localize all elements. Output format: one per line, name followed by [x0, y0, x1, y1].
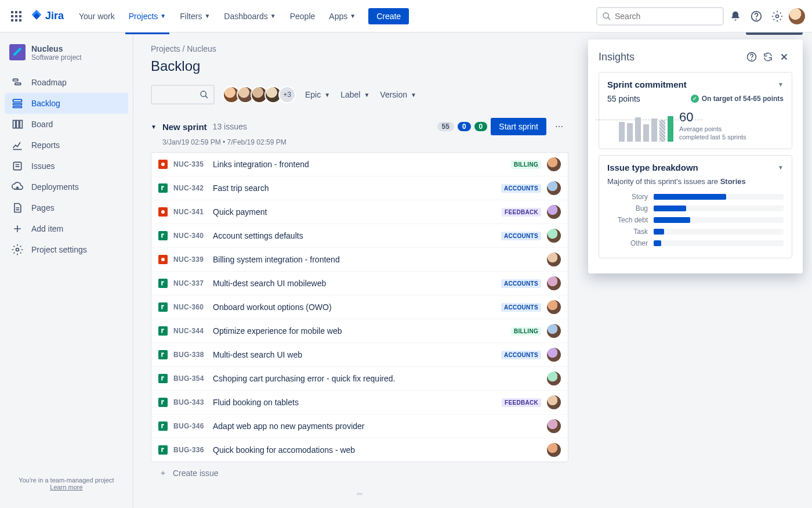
- sidebar-item-settings[interactable]: Project settings: [5, 239, 128, 260]
- issue-row[interactable]: BUG-354 Cshoping cart purchasing error -…: [151, 367, 568, 391]
- nav-projects[interactable]: Projects▼: [123, 8, 172, 24]
- epic-filter[interactable]: Epic▼: [304, 87, 331, 103]
- sidebar-item-roadmap[interactable]: Roadmap: [5, 72, 128, 93]
- chart-bar: [668, 116, 673, 142]
- svg-point-32: [161, 258, 165, 261]
- settings-icon[interactable]: [768, 7, 786, 26]
- todo-pill: 55: [437, 122, 454, 131]
- notifications-icon[interactable]: [726, 7, 745, 26]
- svg-rect-1: [15, 11, 17, 13]
- start-sprint-button[interactable]: Start sprint: [491, 118, 546, 135]
- chevron-down-icon[interactable]: ▼: [778, 81, 784, 88]
- roadmap-icon: [12, 77, 23, 88]
- assignee-avatar[interactable]: [547, 395, 561, 409]
- svg-rect-0: [11, 11, 13, 13]
- sidebar-item-board[interactable]: Board: [5, 114, 128, 135]
- sidebar: Nucleus Software project Roadmap Backlog…: [0, 33, 133, 508]
- chart-bar: [627, 123, 633, 142]
- svg-rect-16: [13, 99, 22, 102]
- story-icon: [158, 279, 168, 288]
- jira-logo[interactable]: Jira: [28, 10, 66, 23]
- learn-more-link[interactable]: Learn more: [50, 484, 82, 491]
- version-filter[interactable]: Version▼: [379, 87, 418, 103]
- assignee-avatar[interactable]: [547, 181, 561, 195]
- breakdown-label: Bug: [607, 204, 648, 212]
- close-icon[interactable]: [776, 49, 792, 65]
- issue-key: NUC-335: [173, 160, 207, 168]
- nav-apps[interactable]: Apps▼: [323, 8, 361, 24]
- issue-row[interactable]: NUC-339 Billing system integration - fro…: [151, 248, 568, 272]
- issue-row[interactable]: NUC-340 Account settings defaults ACCOUN…: [151, 224, 568, 248]
- add-icon: [12, 223, 23, 235]
- issue-row[interactable]: NUC-341 Quick payment FEEDBACK: [151, 200, 568, 224]
- filter-search-input[interactable]: [151, 85, 215, 105]
- assignee-avatar[interactable]: [547, 157, 561, 171]
- svg-point-13: [776, 15, 779, 17]
- nav-your-work[interactable]: Your work: [73, 8, 121, 24]
- project-header[interactable]: Nucleus Software project: [5, 44, 128, 72]
- drag-handle-icon[interactable]: ═: [151, 489, 568, 498]
- avatar-more[interactable]: +3: [278, 86, 296, 103]
- issue-row[interactable]: NUC-337 Multi-dest search UI mobileweb A…: [151, 272, 568, 296]
- issue-tag: ACCOUNTS: [501, 279, 541, 288]
- issue-row[interactable]: BUG-343 Fluid booking on tablets FEEDBAC…: [151, 391, 568, 415]
- issue-row[interactable]: NUC-335 Links integration - frontend BIL…: [151, 153, 568, 176]
- issue-row[interactable]: NUC-342 Fast trip search ACCOUNTS: [151, 176, 568, 200]
- svg-rect-18: [13, 106, 22, 108]
- issue-key: NUC-341: [173, 208, 207, 216]
- create-button[interactable]: Create: [368, 8, 409, 24]
- assignee-avatar[interactable]: [547, 300, 561, 314]
- bug-icon: [158, 255, 168, 264]
- assignee-avatar[interactable]: [547, 229, 561, 243]
- chevron-down-icon: ▼: [324, 92, 330, 98]
- issue-row[interactable]: BUG-336 Quick booking for accomodations …: [151, 438, 568, 462]
- svg-rect-6: [11, 19, 13, 21]
- issue-row[interactable]: BUG-338 Multi-dest search UI web ACCOUNT…: [151, 343, 568, 367]
- issue-row[interactable]: NUC-360 Onboard workout options (OWO) AC…: [151, 296, 568, 319]
- issue-summary: Quick payment: [213, 207, 496, 217]
- assignee-avatar[interactable]: [547, 205, 561, 219]
- collapse-icon[interactable]: ▼: [151, 124, 157, 130]
- issue-row[interactable]: BUG-346 Adapt web app no new payments pr…: [151, 415, 568, 438]
- top-navigation: Jira Your work Projects▼ Filters▼ Dashbo…: [0, 0, 812, 33]
- plus-icon: ＋: [159, 468, 167, 478]
- search-field[interactable]: [615, 12, 718, 21]
- sidebar-item-reports[interactable]: Reports: [5, 135, 128, 156]
- issue-tag: ACCOUNTS: [501, 303, 541, 312]
- sidebar-item-backlog[interactable]: Backlog: [5, 93, 128, 114]
- assignee-filter[interactable]: +3: [223, 86, 296, 103]
- assignee-avatar[interactable]: [547, 253, 561, 266]
- issue-tag: BILLING: [511, 327, 541, 336]
- assignee-avatar[interactable]: [547, 419, 561, 433]
- assignee-avatar[interactable]: [547, 348, 561, 362]
- search-input[interactable]: [596, 7, 724, 26]
- sidebar-item-deployments[interactable]: Deployments: [5, 176, 128, 197]
- label-filter[interactable]: Label▼: [339, 87, 371, 103]
- help-icon[interactable]: [747, 7, 766, 26]
- breakdown-label: Tech debt: [607, 216, 648, 224]
- refresh-icon[interactable]: [760, 49, 776, 65]
- svg-rect-31: [162, 234, 164, 235]
- sidebar-item-add[interactable]: Add item: [5, 218, 128, 239]
- assignee-avatar[interactable]: [547, 324, 561, 338]
- nav-people[interactable]: People: [284, 8, 321, 24]
- issue-row[interactable]: NUC-344 Optimize experience for mobile w…: [151, 319, 568, 343]
- assignee-avatar[interactable]: [547, 443, 561, 457]
- nav-filters[interactable]: Filters▼: [174, 8, 216, 24]
- insights-title: Insights: [599, 51, 744, 63]
- user-avatar[interactable]: [789, 8, 805, 24]
- insights-button[interactable]: Insights: [746, 33, 803, 35]
- create-issue-button[interactable]: ＋ Create issue: [151, 462, 568, 484]
- sprint-more-icon[interactable]: ⋯: [550, 117, 568, 136]
- assignee-avatar[interactable]: [547, 372, 561, 385]
- issue-key: BUG-354: [173, 374, 207, 383]
- sidebar-item-pages[interactable]: Pages: [5, 197, 128, 218]
- reports-icon: [12, 139, 23, 151]
- nav-dashboards[interactable]: Dashboards▼: [218, 8, 281, 24]
- chevron-down-icon[interactable]: ▼: [778, 164, 784, 171]
- sidebar-item-issues[interactable]: Issues: [5, 156, 128, 176]
- assignee-avatar[interactable]: [547, 276, 561, 290]
- commitment-chart: [619, 109, 673, 142]
- app-switcher-icon[interactable]: [7, 7, 26, 26]
- help-icon[interactable]: [744, 49, 760, 65]
